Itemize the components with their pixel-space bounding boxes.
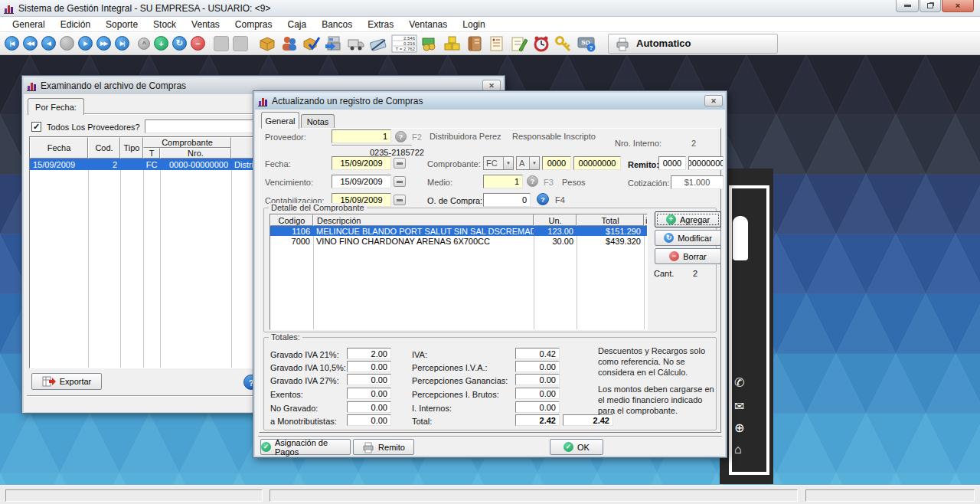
gold-stock-icon[interactable] [443, 34, 462, 53]
money-icon[interactable] [421, 34, 439, 53]
dialog-titlebar[interactable]: Actualizando un registro de Compras ✕ [255, 93, 725, 110]
print-mode-panel[interactable]: Automatico [608, 34, 778, 54]
dialog-close-button[interactable]: ✕ [704, 95, 723, 106]
total-field[interactable]: 0.00 [347, 361, 391, 372]
contabilizacion-calendar-button[interactable] [394, 195, 406, 205]
fecha-calendar-button[interactable] [394, 158, 406, 169]
nav-last-button[interactable]: ▶| [115, 36, 129, 51]
col-header-fecha[interactable]: Fecha [30, 137, 88, 159]
nav-previous-button[interactable]: ◀ [41, 36, 56, 51]
contacts-icon[interactable] [280, 34, 299, 53]
cash-register-icon[interactable] [325, 34, 343, 53]
detalle-header-codigo[interactable]: Codigo [270, 214, 313, 226]
tab-general[interactable]: General [261, 112, 299, 129]
address-book-icon[interactable] [466, 34, 484, 53]
grand-total-field-2[interactable]: 2.42 [563, 414, 613, 426]
detalle-row-1[interactable]: 1106 MELINCUE BLANDO PORT SALUT SIN SAL … [270, 226, 647, 236]
key-icon[interactable] [554, 34, 573, 53]
order-check-icon[interactable] [302, 34, 321, 53]
col-header-tipo[interactable]: Tipo [120, 137, 143, 159]
menu-login[interactable]: Login [455, 18, 492, 31]
detalle-table[interactable]: Codigo Descripción Un. Total it 1106 MEL… [270, 214, 648, 330]
menu-soporte[interactable]: Soporte [98, 18, 145, 31]
menu-edicion[interactable]: Edición [53, 18, 98, 31]
comprobante-numero-field[interactable]: 00000000 [573, 156, 621, 170]
vencimiento-calendar-button[interactable] [394, 176, 406, 187]
menu-extras[interactable]: Extras [360, 18, 401, 31]
menu-ventas[interactable]: Ventas [184, 18, 227, 31]
vencimiento-label: Vencimiento: [265, 178, 313, 187]
total-field[interactable]: 0.42 [515, 348, 560, 359]
total-field[interactable]: 2.00 [347, 348, 391, 359]
detalle-header-total[interactable]: Total [577, 214, 644, 226]
menu-general[interactable]: General [5, 18, 53, 31]
orden-compra-help-button[interactable]: ? [537, 193, 549, 205]
check-card-icon[interactable] [369, 34, 387, 53]
medio-lookup-button[interactable]: ? [527, 175, 538, 187]
ok-button[interactable]: ✓OK [550, 439, 603, 455]
total-field[interactable]: 0.00 [515, 374, 560, 385]
menu-compras[interactable]: Compras [227, 18, 280, 31]
col-header-comprobante[interactable]: Comprobante [143, 137, 231, 148]
notes-red-icon[interactable] [488, 34, 506, 53]
proveedor-field[interactable]: 1 [332, 129, 391, 143]
detalle-row-2[interactable]: 7000 VINO FINO CHARDONAY ARENAS 6X700CC … [270, 236, 647, 246]
calculator-panel-icon[interactable]: 2.5460.216T = 2.762 [391, 34, 417, 53]
col-header-nro[interactable]: Nro. [160, 148, 231, 159]
browse-close-button[interactable]: ✕ [482, 80, 501, 91]
notes-edit-icon[interactable] [510, 34, 528, 53]
orden-compra-field[interactable]: 0 [483, 193, 531, 207]
proveedor-condicion: Responsable Inscripto [512, 132, 596, 141]
total-field[interactable]: 0.00 [515, 388, 560, 399]
menu-caja[interactable]: Caja [280, 18, 315, 31]
minimize-button[interactable] [896, 0, 919, 12]
remito-button[interactable]: Remito [353, 439, 414, 455]
vencimiento-field[interactable]: 15/09/2009 [332, 175, 391, 188]
all-providers-checkbox[interactable]: ✓ [31, 122, 41, 132]
nav-forward-button[interactable]: ▶▶ [96, 36, 111, 51]
agregar-button[interactable]: +Agregar [655, 211, 721, 227]
col-header-t[interactable]: T [143, 148, 160, 159]
nav-rewind-button[interactable]: ◀◀ [23, 36, 38, 51]
sql-help-icon[interactable]: SQ? [577, 34, 596, 53]
grand-total-field-1[interactable]: 2.42 [515, 414, 560, 426]
stock-box-icon[interactable] [258, 34, 276, 53]
nav-next-button[interactable]: ▶ [78, 36, 93, 51]
total-field[interactable]: 0.00 [347, 374, 391, 385]
menu-bancos[interactable]: Bancos [314, 18, 360, 31]
restore-button[interactable] [920, 0, 941, 12]
medio-field[interactable]: 1 [483, 175, 523, 188]
borrar-button[interactable]: −Borrar [655, 248, 721, 264]
total-field[interactable]: 0.00 [347, 388, 391, 399]
fecha-field[interactable]: 15/09/2009 [332, 156, 391, 170]
tab-notas[interactable]: Notas [301, 114, 335, 129]
remito-sucursal-field[interactable]: 0000 [658, 156, 686, 170]
asignacion-pagos-button[interactable]: ✓Asignación de Pagos [260, 439, 351, 455]
total-field[interactable]: 0.00 [347, 401, 391, 413]
alarm-clock-icon[interactable] [532, 34, 550, 53]
comprobante-letra-select[interactable]: A▼ [516, 156, 540, 170]
truck-icon[interactable] [347, 34, 365, 53]
cotizacion-field[interactable]: $1.000 [671, 175, 724, 189]
comprobante-sucursal-field[interactable]: 0000 [542, 156, 571, 170]
menu-ventanas[interactable]: Ventanas [401, 18, 455, 31]
total-field[interactable]: 0.00 [347, 414, 391, 426]
refresh-record-button[interactable]: ↻ [172, 36, 187, 51]
tab-por-fecha[interactable]: Por Fecha: [28, 98, 84, 115]
detalle-header-un[interactable]: Un. [534, 214, 577, 226]
total-field[interactable]: 0.00 [515, 401, 560, 413]
total-field[interactable]: 0.00 [515, 361, 560, 372]
col-header-cod[interactable]: Cod. [88, 137, 120, 159]
comprobante-tipo-select[interactable]: FC▼ [483, 156, 514, 170]
menu-stock[interactable]: Stock [145, 18, 184, 31]
modificar-button[interactable]: ↻Modificar [655, 230, 721, 246]
delete-record-button[interactable]: − [191, 36, 205, 51]
nav-first-button[interactable]: |◀ [5, 36, 19, 51]
export-button[interactable]: Exportar [31, 373, 102, 390]
detalle-header-stub[interactable]: it [644, 214, 648, 226]
close-button[interactable]: × [942, 0, 974, 12]
remito-numero-field[interactable]: 00000000 [688, 156, 724, 170]
proveedor-lookup-button[interactable]: ? [395, 131, 407, 142]
detalle-header-descripcion[interactable]: Descripción [313, 214, 534, 226]
add-record-button[interactable]: + [154, 36, 168, 51]
